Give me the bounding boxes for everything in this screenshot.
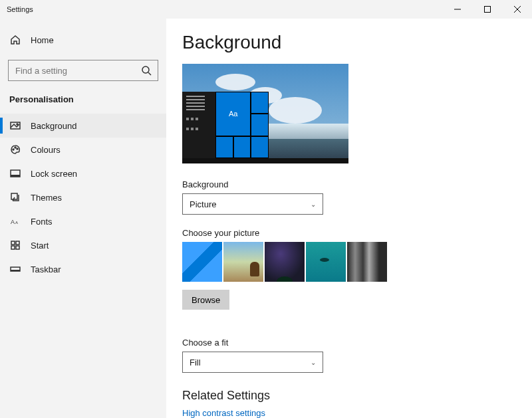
maximize-button[interactable]: [472, 0, 502, 19]
window-title: Settings: [7, 5, 33, 13]
home-icon: [9, 34, 21, 46]
sidebar-item-label: Colours: [31, 145, 61, 155]
sidebar-item-background[interactable]: Background: [0, 114, 166, 138]
svg-rect-18: [11, 246, 15, 249]
sidebar-item-label: Taskbar: [31, 264, 61, 274]
high-contrast-link[interactable]: High contrast settings: [182, 408, 519, 418]
svg-rect-16: [11, 241, 15, 245]
picture-thumb-1[interactable]: [182, 242, 222, 282]
main-content: Background Aa: [166, 19, 532, 418]
svg-text:A: A: [11, 219, 15, 225]
svg-rect-12: [11, 175, 20, 177]
sidebar-section-header: Personalisation: [0, 90, 166, 114]
fit-value: Fill: [190, 358, 201, 367]
picture-thumb-3[interactable]: [265, 242, 305, 282]
search-input[interactable]: [14, 65, 140, 76]
svg-point-7: [17, 124, 18, 125]
home-button[interactable]: Home: [0, 28, 166, 52]
search-box[interactable]: [8, 60, 158, 81]
svg-line-5: [148, 72, 151, 75]
picture-thumb-4[interactable]: [306, 242, 346, 282]
desktop-preview: Aa: [182, 64, 348, 163]
picture-thumb-2[interactable]: [223, 242, 263, 282]
picture-thumbnails: [182, 242, 519, 282]
svg-point-9: [15, 147, 16, 148]
chevron-down-icon: ⌄: [311, 201, 316, 208]
page-title: Background: [182, 32, 519, 53]
svg-rect-21: [11, 270, 20, 271]
related-settings-heading: Related Settings: [182, 389, 519, 403]
chevron-down-icon: ⌄: [311, 359, 316, 366]
lock-screen-icon: [9, 167, 21, 179]
svg-rect-17: [16, 241, 19, 245]
palette-icon: [9, 144, 21, 156]
sidebar-item-label: Lock screen: [31, 169, 77, 179]
svg-rect-1: [484, 7, 490, 13]
search-icon: [140, 64, 152, 76]
fit-select[interactable]: Fill ⌄: [182, 352, 323, 373]
svg-point-4: [142, 66, 149, 73]
sidebar-item-themes[interactable]: Themes: [0, 185, 166, 209]
picture-icon: [9, 120, 21, 132]
sidebar-item-colours[interactable]: Colours: [0, 138, 166, 161]
preview-tile-text: Aa: [215, 92, 251, 136]
background-type-label: Background: [182, 179, 519, 189]
background-type-select[interactable]: Picture ⌄: [182, 193, 323, 215]
sidebar-item-start[interactable]: Start: [0, 233, 166, 257]
choose-fit-label: Choose a fit: [182, 338, 519, 348]
home-label: Home: [31, 35, 54, 45]
sidebar-item-label: Background: [31, 121, 76, 131]
svg-point-10: [17, 148, 18, 150]
start-icon: [9, 239, 21, 251]
titlebar: Settings: [0, 0, 532, 19]
background-type-value: Picture: [190, 199, 216, 209]
sidebar: Home Personalisation Background Colo: [0, 19, 166, 418]
browse-button[interactable]: Browse: [182, 290, 229, 310]
sidebar-item-lock-screen[interactable]: Lock screen: [0, 161, 166, 185]
sidebar-item-label: Fonts: [31, 217, 53, 227]
svg-text:A: A: [15, 221, 18, 225]
themes-icon: [9, 191, 21, 203]
fonts-icon: AA: [9, 215, 21, 227]
sidebar-item-label: Themes: [31, 193, 62, 203]
choose-picture-label: Choose your picture: [182, 228, 519, 238]
sidebar-item-fonts[interactable]: AA Fonts: [0, 209, 166, 233]
taskbar-icon: [9, 263, 21, 275]
picture-thumb-5[interactable]: [347, 242, 387, 282]
minimize-button[interactable]: [442, 0, 472, 19]
svg-rect-19: [16, 246, 19, 249]
window-controls: [442, 0, 532, 19]
sidebar-item-label: Start: [31, 241, 49, 251]
sidebar-item-taskbar[interactable]: Taskbar: [0, 257, 166, 281]
svg-point-8: [13, 149, 14, 150]
close-button[interactable]: [502, 0, 532, 19]
